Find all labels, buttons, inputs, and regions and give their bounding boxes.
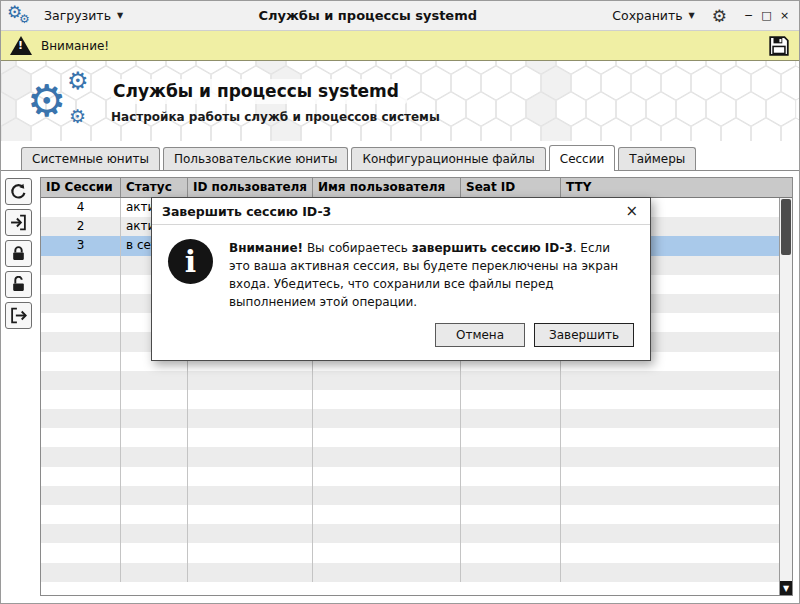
save-dropdown-button[interactable]: Сохранить ▼: [606, 4, 700, 27]
table-cell: [461, 447, 561, 466]
warning-label: Внимание!: [41, 39, 109, 53]
close-button[interactable]: ×: [776, 7, 793, 25]
dialog-body: i Внимание! Вы собираетесь завершить сес…: [152, 225, 650, 319]
save-file-button[interactable]: [768, 35, 790, 57]
column-header[interactable]: Seat ID: [461, 178, 561, 197]
table-cell: [561, 563, 792, 582]
table-cell: [561, 524, 792, 543]
table-cell: [461, 486, 561, 505]
exclamation-glyph: !: [18, 39, 23, 52]
table-row[interactable]: [41, 371, 792, 390]
column-header[interactable]: ID Сессии: [41, 178, 121, 197]
table-cell: [188, 447, 313, 466]
refresh-button[interactable]: [5, 178, 32, 205]
table-cell: [561, 467, 792, 486]
table-cell: [461, 524, 561, 543]
vertical-scrollbar[interactable]: ▼: [779, 198, 792, 595]
chevron-down-icon: ▼: [117, 11, 123, 20]
confirm-terminate-button[interactable]: Завершить: [534, 323, 634, 347]
logout-icon: [10, 307, 27, 324]
terminate-session-button[interactable]: [5, 302, 32, 329]
warning-bar: ! Внимание!: [1, 31, 799, 61]
app-logo-gears-icon: ⚙ ⚙: [7, 4, 32, 28]
dialog-titlebar: Завершить сессию ID-3 ×: [152, 198, 650, 225]
column-header[interactable]: ID пользователя: [188, 178, 313, 197]
dialog-buttons: Отмена Завершить: [152, 319, 650, 360]
login-icon: [10, 214, 27, 231]
table-cell: [41, 447, 121, 466]
table-cell: [313, 428, 461, 447]
table-cell: [561, 505, 792, 524]
table-cell: [313, 409, 461, 428]
table-cell: [313, 524, 461, 543]
cancel-button[interactable]: Отмена: [435, 323, 525, 347]
gear-icon: ⚙: [19, 13, 30, 25]
table-row[interactable]: [41, 486, 792, 505]
table-row[interactable]: [41, 390, 792, 409]
page-header: ⚙ ⚙ ⚙ Службы и процессы systemd Настройк…: [1, 61, 799, 141]
table-cell: [313, 447, 461, 466]
table-cell: [188, 390, 313, 409]
table-cell: [461, 409, 561, 428]
table-cell: [461, 563, 561, 582]
table-cell: [121, 563, 188, 582]
table-cell: [41, 563, 121, 582]
header-text: Службы и процессы systemd Настройка рабо…: [111, 79, 440, 124]
tab[interactable]: Таймеры: [618, 147, 696, 170]
load-label: Загрузить: [44, 8, 111, 23]
table-row[interactable]: [41, 447, 792, 466]
minimize-button[interactable]: ─: [740, 7, 757, 25]
tab[interactable]: Сессии: [549, 145, 616, 171]
table-cell: [121, 467, 188, 486]
table-cell: [188, 505, 313, 524]
table-row[interactable]: [41, 543, 792, 562]
table-cell: [41, 352, 121, 371]
lock-icon: [10, 245, 27, 262]
table-cell: [313, 543, 461, 562]
session-toolbar: [5, 177, 37, 596]
floppy-disk-icon: [768, 35, 790, 57]
table-row[interactable]: [41, 563, 792, 582]
table-row[interactable]: [41, 524, 792, 543]
tab[interactable]: Пользовательские юниты: [163, 147, 348, 170]
table-cell: [461, 371, 561, 390]
table-cell: [561, 409, 792, 428]
table-cell: [188, 428, 313, 447]
table-cell: [41, 275, 121, 294]
table-cell: [313, 486, 461, 505]
table-cell: [561, 447, 792, 466]
table-row[interactable]: [41, 505, 792, 524]
dialog-message: Внимание! Вы собираетесь завершить сесси…: [229, 239, 634, 311]
table-cell: 2: [41, 217, 121, 236]
unlock-session-button[interactable]: [5, 271, 32, 298]
maximize-button[interactable]: □: [758, 7, 775, 25]
tab[interactable]: Конфигурационные файлы: [351, 147, 545, 170]
load-dropdown-button[interactable]: Загрузить ▼: [38, 4, 129, 27]
settings-gear-icon[interactable]: ⚙: [707, 6, 732, 26]
login-session-button[interactable]: [5, 209, 32, 236]
table-row[interactable]: [41, 428, 792, 447]
table-row[interactable]: [41, 467, 792, 486]
save-label: Сохранить: [612, 8, 682, 23]
dialog-message-bold: Внимание!: [229, 241, 303, 255]
table-cell: [41, 486, 121, 505]
tab[interactable]: Системные юниты: [21, 147, 160, 170]
lock-session-button[interactable]: [5, 240, 32, 267]
table-cell: [313, 371, 461, 390]
scrollbar-thumb[interactable]: [781, 199, 791, 255]
table-cell: [188, 371, 313, 390]
table-cell: [121, 486, 188, 505]
table-cell: [313, 505, 461, 524]
column-header[interactable]: Имя пользователя: [313, 178, 461, 197]
column-header[interactable]: Статус: [121, 178, 188, 197]
table-cell: [121, 371, 188, 390]
dialog-close-button[interactable]: ×: [623, 204, 640, 219]
dialog-title: Завершить сессию ID-3: [162, 204, 623, 219]
table-row[interactable]: [41, 409, 792, 428]
table-cell: [41, 543, 121, 562]
table-cell: [313, 390, 461, 409]
column-header[interactable]: TTY: [561, 178, 792, 197]
table-cell: [188, 409, 313, 428]
scrollbar-down-button[interactable]: ▼: [780, 581, 792, 595]
table-header-row: ID СессииСтатусID пользователяИмя пользо…: [41, 178, 792, 198]
